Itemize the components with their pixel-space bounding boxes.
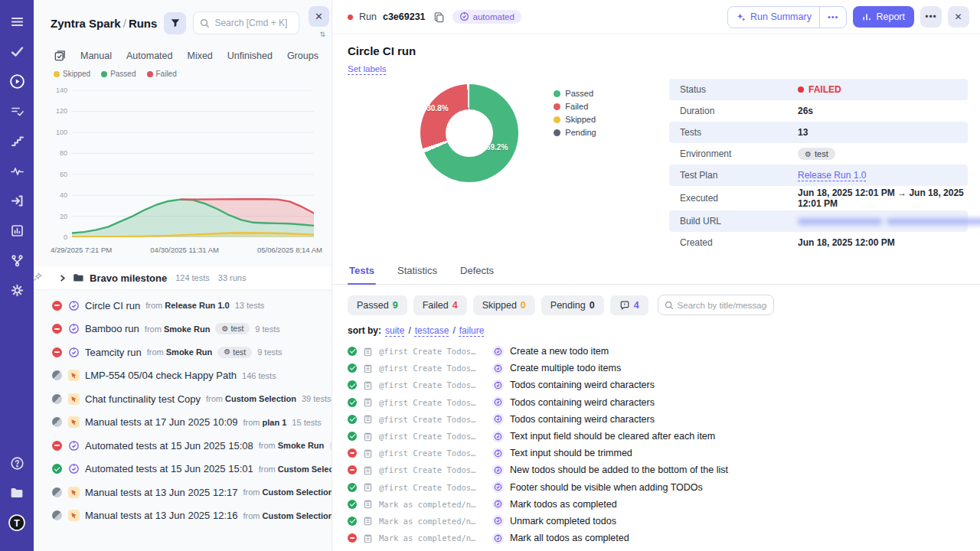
test-filter-chip[interactable]: Passed 9 [348,295,407,315]
run-name[interactable]: Chat functinality test Copy [85,393,201,405]
runs-search-input[interactable] [214,18,292,28]
test-suite-name[interactable]: @first Create Todos… [379,465,486,474]
copy-run-id-button[interactable] [432,10,446,24]
run-list-item[interactable]: Teamcity run from Smoke Run ⚙test 9 test… [34,341,332,364]
breadcrumb-project[interactable]: Zyntra Spark [51,17,121,30]
list-check-icon[interactable] [6,100,28,122]
steps-icon[interactable] [6,130,28,152]
sort-by-failure[interactable]: failure [459,325,485,336]
test-title[interactable]: Footer should be visible when adding TOD… [510,482,703,493]
test-title[interactable]: Unmark completed todos [510,516,616,527]
menu-icon[interactable] [6,11,28,32]
milestone-group-row[interactable]: Bravo milestone 124 tests 33 runs [34,266,332,289]
test-title[interactable]: Text input field should be cleared after… [510,431,715,442]
sort-by-suite[interactable]: suite [385,325,404,336]
run-name[interactable]: Teamcity run [85,347,142,358]
test-row[interactable]: @first Create Todos… Create a new todo i… [348,343,974,360]
test-suite-name[interactable]: @first Create Todos… [379,448,486,458]
test-suite-name[interactable]: @first Create Todos… [379,347,486,356]
runs-tab[interactable]: Automated [126,51,172,61]
test-suite-name[interactable]: @first Create Todos… [379,483,486,492]
run-list-item[interactable]: LMP-554 05/04 check Happy Path 146 tests [34,364,332,388]
test-row[interactable]: Mark as completed/n… Unmark completed to… [348,513,974,530]
runs-tab[interactable]: Groups [287,51,318,61]
test-title[interactable]: New todos should be added to the bottom … [510,465,728,475]
test-row[interactable]: @first Create Todos… Todos containing we… [348,377,974,393]
run-list-item[interactable]: Manual tests at 13 Jun 2025 12:17 from C… [34,481,332,504]
test-plan-link[interactable]: Release Run 1.0 [798,170,866,181]
test-title[interactable]: Mark all todos as completed [510,533,629,543]
test-title[interactable]: Create multiple todo items [510,363,621,373]
filter-button[interactable] [164,12,186,34]
test-row[interactable]: @first Create Todos… Footer should be vi… [348,479,974,496]
run-summary-more-button[interactable]: ••• [819,7,847,28]
check-icon[interactable] [6,41,28,62]
select-all-icon[interactable] [54,50,66,62]
runs-tab[interactable]: Unfinished [227,51,273,61]
help-icon[interactable] [6,452,28,474]
report-button[interactable]: Report [853,6,914,28]
more-actions-button[interactable]: ••• [920,6,942,28]
automated-badge[interactable]: automated [452,10,521,24]
test-suite-name[interactable]: @first Create Todos… [379,432,486,441]
set-labels-link[interactable]: Set labels [348,64,980,73]
test-title[interactable]: Todos containing weird characters [510,414,655,425]
test-row[interactable]: @first Create Todos… Create multiple tod… [348,360,974,377]
bar-chart-icon[interactable] [6,220,28,241]
test-suite-name[interactable]: @first Create Todos… [379,415,486,424]
run-list-item[interactable]: Automated tests at 15 Jun 2025 15:08 fro… [34,434,332,458]
pin-icon[interactable] [34,272,43,282]
run-name[interactable]: Manual tests at 17 Jun 2025 10:09 [85,416,237,428]
run-list-item[interactable]: Manual tests at 13 Jun 2025 12:16 from C… [34,504,332,528]
test-row[interactable]: @first Create Todos… Text input should b… [348,445,974,461]
test-title[interactable]: Mark todos as completed [510,499,617,510]
run-list-item[interactable]: Manual tests at 17 Jun 2025 10:09 from p… [34,411,332,435]
test-filter-chip[interactable]: Failed 4 [413,295,467,315]
branch-icon[interactable] [6,249,28,271]
run-list-item[interactable]: Chat functinality test Copy from Custom … [34,387,332,411]
test-filter-chip[interactable]: 4 [610,295,648,315]
test-row[interactable]: @first Create Todos… Todos containing we… [348,411,974,428]
test-suite-name[interactable]: Mark as completed/n… [379,500,486,509]
test-suite-name[interactable]: @first Create Todos… [379,380,486,390]
runs-tab[interactable]: Manual [80,51,112,61]
run-name[interactable]: Manual tests at 13 Jun 2025 12:16 [85,510,237,521]
test-row[interactable]: @first Create Todos… New todos should be… [348,461,974,478]
test-filter-chip[interactable]: Pending 0 [541,295,604,315]
test-title[interactable]: Todos containing weird characters [510,380,655,390]
run-name[interactable]: Automated tests at 15 Jun 2025 15:08 [85,440,253,452]
run-summary-button[interactable]: Run Summary ••• [727,6,847,28]
test-title[interactable]: Text input should be trimmed [510,448,632,458]
gear-icon[interactable] [6,279,28,301]
redacted-build-url[interactable] [798,218,980,225]
sign-in-icon[interactable] [6,190,28,211]
test-row[interactable]: @first Create Todos… Todos containing we… [348,394,974,411]
run-list-item[interactable]: Bamboo run from Smoke Run ⚙test 9 tests [34,318,332,341]
close-panel-button[interactable]: ✕ [309,6,329,27]
projects-folder-icon[interactable] [6,482,28,504]
chevron-right-icon[interactable] [58,274,67,282]
activity-icon[interactable] [6,160,28,181]
test-row[interactable]: Mark as completed/n… Mark all todos as c… [348,530,974,546]
test-title[interactable]: Create a new todo item [510,346,609,357]
test-row[interactable]: @first Create Todos… Text input field sh… [348,428,974,445]
run-list-item[interactable]: Automated tests at 15 Jun 2025 15:01 fro… [34,458,332,481]
run-name[interactable]: LMP-554 05/04 check Happy Path [85,370,237,381]
run-list-item[interactable]: Circle CI run from Release Run 1.0 13 te… [34,294,332,318]
runs-tab[interactable]: Mixed [187,51,212,61]
milestone-name[interactable]: Bravo milestone [90,272,167,284]
sort-arrows-icon[interactable]: ⇅ [319,31,325,38]
run-name[interactable]: Manual tests at 13 Jun 2025 12:17 [85,487,237,498]
run-detail-tab[interactable]: Statistics [396,265,439,284]
run-summary-main[interactable]: Run Summary [728,7,819,28]
test-row[interactable]: Mark as completed/n… Mark todos as compl… [348,496,974,513]
run-name[interactable]: Bamboo run [85,323,139,334]
test-suite-name[interactable]: Mark as completed/n… [379,517,486,526]
close-run-button[interactable]: ✕ [948,6,969,28]
play-circle-icon[interactable] [6,70,28,92]
run-name[interactable]: Circle CI run [85,300,140,311]
test-title[interactable]: Todos containing weird characters [510,397,655,408]
test-suite-name[interactable]: @first Create Todos… [379,364,486,373]
run-detail-tab[interactable]: Defects [459,265,495,284]
tests-search-input[interactable] [678,301,767,310]
